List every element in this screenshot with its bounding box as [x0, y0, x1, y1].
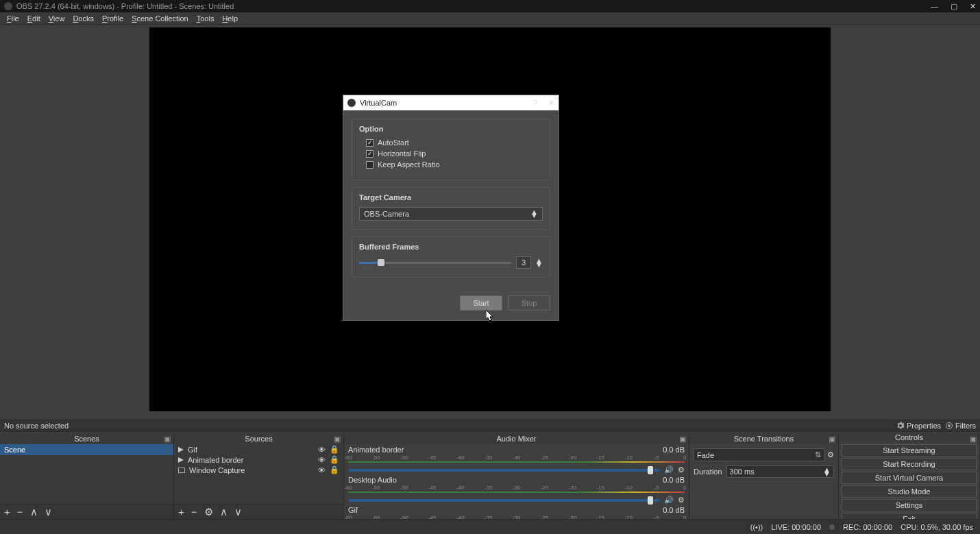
undock-icon[interactable]: ▣ — [334, 435, 341, 444]
sources-panel: Sources▣ Gif 👁 🔒 Animated border 👁 🔒 Win… — [174, 433, 344, 519]
start-button[interactable]: Start — [460, 295, 502, 311]
visibility-icon[interactable]: 👁 — [318, 466, 326, 474]
keep-aspect-label: Keep Aspect Ratio — [378, 160, 440, 169]
undock-icon[interactable]: ▣ — [970, 435, 977, 444]
speaker-icon[interactable]: 🔊 — [664, 465, 674, 474]
buffered-frames-slider[interactable] — [359, 262, 512, 264]
option-label: Option — [359, 125, 543, 133]
slider-thumb[interactable] — [648, 496, 653, 505]
lock-icon[interactable]: 🔒 — [330, 465, 339, 474]
control-button-start-recording[interactable]: Start Recording — [842, 458, 977, 470]
menu-view[interactable]: View — [45, 14, 69, 23]
target-camera-select[interactable]: OBS-Camera ▲▼ — [359, 207, 543, 221]
statusbar: ((•)) LIVE: 00:00:00 REC: 00:00:00 CPU: … — [0, 519, 980, 534]
target-camera-group: Target Camera OBS-Camera ▲▼ — [352, 187, 550, 230]
slider-thumb[interactable] — [378, 259, 384, 266]
rec-dot-icon — [829, 524, 835, 530]
control-button-settings[interactable]: Settings — [842, 499, 977, 511]
control-button-start-virtual-camera[interactable]: Start Virtual Camera — [842, 472, 977, 484]
keep-aspect-checkbox[interactable] — [366, 161, 373, 169]
virtualcam-dialog: VirtualCam ? ✕ Option AutoStart Horizont… — [343, 95, 559, 321]
duration-label: Duration — [694, 468, 722, 476]
control-button-start-streaming[interactable]: Start Streaming — [842, 444, 977, 457]
properties-button[interactable]: Properties — [896, 422, 941, 430]
spinner-icon: ▲▼ — [530, 210, 538, 217]
sources-list: Gif 👁 🔒 Animated border 👁 🔒 Window Captu… — [174, 444, 343, 504]
source-toolbar: No source selected Properties Filters — [0, 420, 980, 432]
scenes-panel: Scenes▣ Scene + − ∧ ∨ — [0, 433, 174, 519]
menu-profile[interactable]: Profile — [98, 14, 127, 23]
maximize-button[interactable]: ▢ — [951, 2, 957, 11]
help-button[interactable]: ? — [533, 99, 537, 108]
buffered-frames-label: Buffered Frames — [359, 243, 543, 251]
horizontal-flip-checkbox[interactable] — [366, 150, 373, 158]
transitions-panel: Scene Transitions▣ Fade ⇅ ⚙ Duration 300… — [689, 433, 839, 519]
remove-scene-button[interactable]: − — [17, 507, 23, 517]
horizontal-flip-label: Horizontal Flip — [378, 149, 426, 158]
channel-settings-button[interactable]: ⚙ — [678, 496, 685, 505]
visibility-icon[interactable]: 👁 — [318, 456, 326, 464]
buffered-frames-spinner[interactable]: ▲▼ — [535, 258, 543, 267]
menu-tools[interactable]: Tools — [193, 14, 219, 23]
channel-db: 0.0 dB — [663, 476, 685, 484]
source-up-button[interactable]: ∧ — [220, 507, 228, 517]
close-button[interactable]: ✕ — [970, 2, 976, 11]
speaker-icon[interactable]: 🔊 — [664, 496, 674, 505]
dialog-close-button[interactable]: ✕ — [548, 99, 554, 108]
buffered-frames-value[interactable]: 3 — [516, 256, 531, 269]
add-source-button[interactable]: + — [178, 507, 184, 517]
controls-title: Controls — [895, 433, 923, 441]
channel-settings-button[interactable]: ⚙ — [678, 465, 685, 474]
stop-button[interactable]: Stop — [508, 295, 550, 311]
menu-help[interactable]: Help — [218, 14, 242, 23]
option-group: Option AutoStart Horizontal Flip Keep As… — [352, 119, 550, 180]
autostart-checkbox[interactable] — [366, 139, 373, 147]
control-button-studio-mode[interactable]: Studio Mode — [842, 485, 977, 498]
transition-settings-button[interactable]: ⚙ — [827, 450, 834, 459]
channel-name: Gif — [348, 506, 358, 514]
controls-panel: Controls▣ Start StreamingStart Recording… — [839, 433, 980, 519]
menu-docks[interactable]: Docks — [69, 14, 98, 23]
menu-scene-collection[interactable]: Scene Collection — [127, 14, 193, 23]
add-scene-button[interactable]: + — [4, 507, 10, 517]
transitions-title: Scene Transitions — [734, 435, 794, 443]
source-item[interactable]: Window Capture 👁 🔒 — [174, 465, 343, 475]
svg-point-1 — [948, 424, 951, 427]
lock-icon[interactable]: 🔒 — [330, 445, 339, 454]
app-icon — [4, 2, 12, 10]
minimize-button[interactable]: — — [931, 2, 938, 11]
source-item[interactable]: Gif 👁 🔒 — [174, 444, 343, 454]
undock-icon[interactable]: ▣ — [164, 435, 171, 444]
live-status: LIVE: 00:00:00 — [771, 523, 821, 531]
scene-down-button[interactable]: ∨ — [45, 507, 52, 517]
volume-slider[interactable] — [348, 499, 660, 502]
menu-edit[interactable]: Edit — [23, 14, 45, 23]
mixer-channel: Desktop Audio0.0 dB -60-55-50-45-40-35-3… — [348, 476, 685, 505]
undock-icon[interactable]: ▣ — [679, 435, 686, 444]
dialog-title: VirtualCam — [360, 99, 397, 107]
window-icon — [178, 468, 185, 473]
source-item[interactable]: Animated border 👁 🔒 — [174, 454, 343, 465]
chevron-updown-icon: ⇅ — [815, 450, 821, 459]
spinner-icon: ▲▼ — [823, 468, 831, 476]
source-settings-button[interactable]: ⚙ — [204, 507, 213, 517]
source-down-button[interactable]: ∨ — [234, 507, 242, 517]
visibility-icon[interactable]: 👁 — [318, 446, 326, 454]
scene-item[interactable]: Scene — [0, 444, 173, 455]
duration-input[interactable]: 300 ms ▲▼ — [726, 465, 834, 478]
menu-file[interactable]: File — [3, 14, 23, 23]
undock-icon[interactable]: ▣ — [829, 435, 835, 444]
slider-thumb[interactable] — [648, 466, 653, 474]
remove-source-button[interactable]: − — [191, 507, 197, 517]
network-icon: ((•)) — [750, 523, 763, 531]
window-titlebar: OBS 27.2.4 (64-bit, windows) - Profile: … — [0, 0, 980, 12]
gear-icon — [896, 422, 905, 430]
transition-select[interactable]: Fade ⇅ — [694, 448, 824, 461]
filters-button[interactable]: Filters — [945, 422, 976, 430]
sources-title: Sources — [245, 435, 272, 443]
mixer-channel: Gif0.0 dB -60-55-50-45-40-35-30-25-20-15… — [348, 506, 685, 519]
scenes-toolbar: + − ∧ ∨ — [0, 504, 173, 519]
scene-up-button[interactable]: ∧ — [30, 507, 38, 517]
volume-slider[interactable] — [348, 469, 660, 472]
lock-icon[interactable]: 🔒 — [330, 455, 339, 464]
